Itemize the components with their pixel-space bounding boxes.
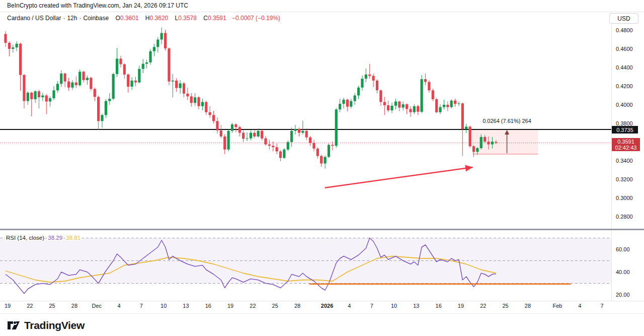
last-price-value: 0.3591	[612, 139, 640, 145]
tradingview-logo-icon	[7, 320, 20, 331]
rsi-axis-tick: 60.00	[616, 246, 630, 252]
time-tick: 22	[480, 303, 486, 309]
time-tick: 19	[5, 303, 11, 309]
time-tick: 13	[413, 303, 419, 309]
time-tick: 22	[27, 303, 33, 309]
time-tick: 7	[140, 303, 143, 309]
price-axis[interactable]: 0.48000.46000.44000.42000.40000.38000.34…	[611, 12, 644, 301]
symbol-interval: 12h	[67, 15, 77, 22]
resistance-price-label: 0.3735	[612, 126, 638, 133]
rsi-title: RSI (14, close)	[5, 235, 45, 241]
footer-bar: TradingView	[0, 313, 644, 336]
time-tick: 10	[160, 303, 167, 309]
price-tick: 0.3400	[616, 158, 633, 164]
time-tick: 13	[183, 303, 189, 309]
time-tick: 7	[370, 303, 373, 309]
price-tick: 0.2800	[616, 214, 633, 220]
price-tick: 0.4200	[616, 83, 633, 89]
time-tick: 25	[502, 303, 508, 309]
rsi-axis-tick: 20.00	[616, 292, 630, 298]
time-tick: 28	[71, 303, 77, 309]
ohlc-high: H0.3620	[145, 15, 168, 22]
time-tick: 7	[601, 303, 604, 309]
time-tick: 2026	[321, 303, 333, 309]
time-tick: 25	[49, 303, 55, 309]
ohlc-open: O0.3601	[115, 15, 138, 22]
symbol-exchange: Coinbase	[83, 15, 109, 22]
currency-toggle-button[interactable]: USD	[609, 13, 638, 24]
ohlc-close: C0.3591	[203, 15, 226, 22]
rsi-value: 38.29	[47, 235, 63, 241]
symbol-title: Cardano / US Dollar	[7, 15, 61, 22]
price-tick: 0.4800	[616, 27, 633, 33]
bar-countdown: 02:42:43	[612, 145, 640, 151]
rsi-axis-tick: 40.00	[616, 269, 630, 275]
time-tick: 19	[458, 303, 464, 309]
ohlc-low: L0.3578	[175, 15, 197, 22]
time-tick: 4	[578, 303, 581, 309]
rsi-legend: RSI (14, close) 38.29 38.81	[5, 235, 82, 241]
time-tick: 10	[391, 303, 397, 309]
time-axis[interactable]: 19222528Dec47101316192225282026471013161…	[0, 301, 611, 312]
time-tick: 16	[436, 303, 442, 309]
tradingview-logo-link[interactable]: TradingView	[7, 319, 85, 331]
price-tick: 0.4600	[616, 46, 633, 52]
legend-separator: ·	[63, 15, 65, 22]
time-tick: 4	[348, 303, 351, 309]
price-change: −0.0007 (−0.19%)	[232, 15, 280, 22]
tradingview-brand-text: TradingView	[24, 319, 85, 331]
price-tick: 0.4000	[616, 102, 633, 108]
time-tick: 22	[250, 303, 256, 309]
time-tick: Feb	[552, 303, 562, 309]
time-tick: 28	[525, 303, 531, 309]
time-tick: 19	[227, 303, 233, 309]
time-tick: 28	[294, 303, 300, 309]
time-tick: 16	[205, 303, 211, 309]
time-tick: 4	[117, 303, 120, 309]
range-measure-label: 0.0264 (7.61%) 264	[470, 118, 543, 124]
legend-separator: ·	[79, 15, 81, 22]
time-tick: 25	[272, 303, 278, 309]
rsi-ma-value: 38.81	[65, 235, 82, 241]
time-tick: Dec	[92, 303, 102, 309]
symbol-legend: Cardano / US Dollar·12h·Coinbase O0.3601…	[7, 15, 280, 22]
attribution-text: BeInCrypto created with TradingView.com,…	[7, 2, 188, 9]
last-price-label: 0.3591 02:42:43	[612, 138, 640, 151]
price-tick: 0.4400	[616, 64, 633, 71]
price-tick: 0.3200	[616, 176, 633, 182]
price-tick: 0.3000	[616, 195, 633, 201]
chart-canvas[interactable]	[0, 0, 644, 313]
